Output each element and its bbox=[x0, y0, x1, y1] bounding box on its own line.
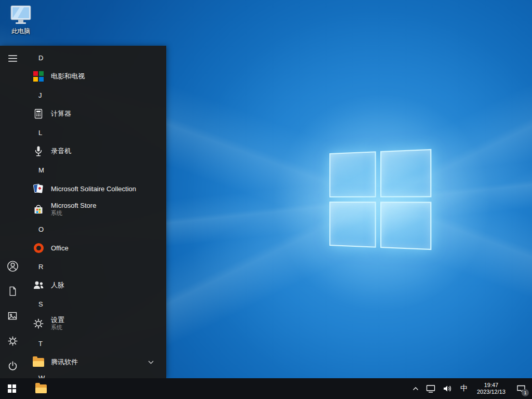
system-tray: 中 19:47 2023/12/13 1 bbox=[409, 378, 532, 399]
action-center-button[interactable]: 1 bbox=[510, 378, 532, 399]
settings-gear-icon bbox=[32, 317, 45, 330]
logo-pane bbox=[329, 151, 376, 197]
taskbar: 中 19:47 2023/12/13 1 bbox=[0, 378, 532, 399]
volume-icon bbox=[443, 384, 452, 393]
start-button[interactable] bbox=[0, 378, 24, 399]
folder-icon bbox=[32, 356, 45, 368]
app-item-subtitle: 系统 bbox=[51, 209, 96, 217]
app-item-calculator[interactable]: 计算器 bbox=[25, 104, 166, 124]
expand-menu-button[interactable] bbox=[0, 46, 25, 71]
documents-icon bbox=[8, 286, 18, 296]
desktop-icon-label: 此电脑 bbox=[11, 27, 30, 36]
app-item-label: 腾讯软件 bbox=[51, 357, 78, 367]
app-item-label: 录音机 bbox=[51, 147, 71, 156]
ime-indicator[interactable]: 中 bbox=[456, 378, 472, 399]
store-bag-icon bbox=[32, 203, 45, 216]
start-menu-app-list: D 电影和电视 J bbox=[25, 46, 166, 378]
power-icon bbox=[7, 361, 18, 371]
pictures-icon bbox=[7, 311, 18, 321]
start-menu: D 电影和电视 J bbox=[0, 46, 166, 378]
movies-tv-icon bbox=[32, 70, 45, 83]
app-item-people[interactable]: 人脉 bbox=[25, 275, 166, 295]
app-item-movies-tv[interactable]: 电影和电视 bbox=[25, 66, 166, 86]
pictures-button[interactable] bbox=[0, 303, 25, 328]
app-item-label: 设置 bbox=[51, 316, 64, 324]
settings-button[interactable] bbox=[0, 328, 25, 353]
section-letter-m[interactable]: M bbox=[25, 161, 166, 179]
app-item-microsoft-store[interactable]: Microsoft Store 系统 bbox=[25, 198, 166, 220]
app-item-solitaire[interactable]: Microsoft Solitaire Collection bbox=[25, 179, 166, 198]
show-hidden-icons-button[interactable] bbox=[409, 378, 422, 399]
clock[interactable]: 19:47 2023/12/13 bbox=[472, 378, 510, 399]
calculator-icon bbox=[32, 108, 45, 120]
section-letter-j[interactable]: J bbox=[25, 86, 166, 104]
section-letter-r[interactable]: R bbox=[25, 258, 166, 275]
chevron-down-icon bbox=[148, 361, 154, 364]
volume-tray-button[interactable] bbox=[439, 378, 456, 399]
logo-pane bbox=[380, 202, 431, 250]
documents-button[interactable] bbox=[0, 278, 25, 303]
chevron-up-icon bbox=[413, 387, 419, 391]
logo-pane bbox=[329, 202, 376, 248]
section-letter-t[interactable]: T bbox=[25, 335, 166, 352]
rail-bottom-group bbox=[0, 254, 25, 378]
app-item-label: Office bbox=[51, 244, 69, 252]
file-explorer-icon bbox=[35, 384, 47, 393]
windows-wallpaper-logo bbox=[329, 149, 431, 250]
app-item-label: 计算器 bbox=[51, 109, 71, 118]
app-item-office[interactable]: Office bbox=[25, 238, 166, 258]
notification-badge: 1 bbox=[522, 389, 529, 396]
file-explorer-button[interactable] bbox=[29, 378, 53, 399]
section-letter-s[interactable]: S bbox=[25, 295, 166, 313]
hamburger-menu-icon bbox=[8, 55, 17, 62]
app-item-label: 人脉 bbox=[51, 281, 64, 290]
network-icon bbox=[426, 384, 435, 393]
voice-recorder-icon bbox=[32, 145, 45, 157]
network-tray-button[interactable] bbox=[422, 378, 439, 399]
user-avatar-icon bbox=[7, 260, 19, 272]
app-item-voice-recorder[interactable]: 录音机 bbox=[25, 141, 166, 161]
solitaire-cards-icon bbox=[32, 182, 45, 195]
clock-date: 2023/12/13 bbox=[477, 389, 506, 395]
user-account-button[interactable] bbox=[0, 254, 25, 278]
app-item-label: Microsoft Store bbox=[51, 202, 96, 209]
app-item-label: 电影和电视 bbox=[51, 72, 85, 81]
app-item-label: Microsoft Solitaire Collection bbox=[51, 185, 136, 193]
section-letter-d[interactable]: D bbox=[25, 49, 166, 66]
app-item-settings[interactable]: 设置 系统 bbox=[25, 313, 166, 335]
computer-icon bbox=[9, 4, 33, 26]
settings-gear-icon bbox=[7, 336, 18, 347]
start-menu-rail bbox=[0, 46, 25, 378]
desktop-icon-this-pc[interactable]: 此电脑 bbox=[4, 4, 37, 36]
app-group-tencent-folder[interactable]: 腾讯软件 bbox=[25, 352, 166, 372]
power-button[interactable] bbox=[0, 353, 25, 378]
logo-pane bbox=[380, 149, 431, 197]
windows-logo-icon bbox=[8, 384, 16, 393]
people-icon bbox=[32, 279, 45, 291]
section-letter-l[interactable]: L bbox=[25, 124, 166, 141]
app-item-subtitle: 系统 bbox=[51, 324, 64, 331]
clock-time: 19:47 bbox=[484, 382, 499, 389]
office-ring-icon bbox=[32, 242, 45, 254]
section-letter-o[interactable]: O bbox=[25, 220, 166, 238]
section-letter-w[interactable]: W bbox=[25, 372, 166, 378]
screen: 此电脑 bbox=[0, 0, 532, 399]
